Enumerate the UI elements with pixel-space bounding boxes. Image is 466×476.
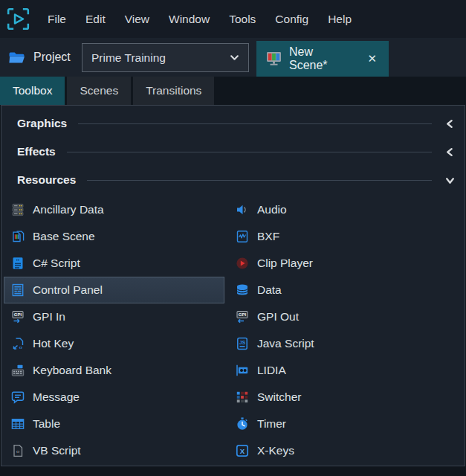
project-label: Project: [33, 51, 71, 64]
csharp-script-icon: ‹›: [10, 256, 25, 271]
resource-item-keyboard-bank[interactable]: Keyboard Bank: [4, 357, 224, 384]
project-selector-value: Prime Training: [91, 51, 166, 65]
resource-item-base-scene[interactable]: Base Scene: [4, 223, 224, 250]
resource-item-x-keys[interactable]: X X-Keys: [228, 437, 465, 464]
section-resources[interactable]: Resources: [1, 166, 465, 194]
x-keys-icon: X: [235, 443, 250, 458]
audio-icon: [235, 202, 250, 217]
resource-item-label: Ancillary Data: [33, 203, 104, 216]
section-divider: [67, 152, 432, 152]
gpi-in-icon: GPI: [10, 309, 25, 324]
project-folder-icon: [7, 50, 27, 65]
keyboard-bank-icon: [10, 363, 25, 378]
chevron-collapse-icon[interactable]: [445, 119, 455, 129]
resource-item-c-script[interactable]: ‹› C# Script: [4, 250, 224, 277]
resources-column-right: Audio BXF Clip Player Data GPI GPI Out J…: [224, 196, 465, 464]
lidia-icon: [235, 363, 250, 378]
resource-item-java-script[interactable]: JS Java Script: [228, 330, 465, 357]
java-script-icon: JS: [235, 336, 250, 351]
resources-grid: Ancillary Data Base Scene ‹› C# Script C…: [1, 194, 465, 464]
close-icon[interactable]: ✕: [364, 51, 380, 67]
resource-item-switcher[interactable]: Switcher: [228, 384, 465, 411]
resource-item-ancillary-data[interactable]: Ancillary Data: [4, 196, 224, 223]
resource-item-label: Switcher: [257, 390, 301, 404]
toolbox-panel: Graphics Effects Resources Ancillary Dat…: [1, 105, 465, 466]
svg-text:GPI: GPI: [239, 312, 247, 317]
tab-transitions[interactable]: Transitions: [133, 77, 214, 105]
resource-item-clip-player[interactable]: Clip Player: [228, 250, 465, 277]
resource-item-label: VB Script: [33, 444, 81, 457]
project-bar: Project Prime Training New Scene* ✕: [0, 38, 466, 77]
resource-item-label: BXF: [257, 230, 279, 243]
resource-item-gpi-in[interactable]: GPI GPI In: [4, 303, 224, 330]
message-icon: [10, 390, 25, 405]
resource-item-lidia[interactable]: LIDIA: [228, 357, 465, 384]
resource-item-bxf[interactable]: BXF: [228, 223, 465, 250]
clip-player-icon: [235, 256, 250, 271]
menu-config[interactable]: Config: [265, 0, 318, 38]
resource-item-label: Timer: [257, 417, 286, 431]
chevron-down-icon: [230, 53, 239, 62]
ancillary-data-icon: [10, 202, 25, 217]
menu-window[interactable]: Window: [159, 0, 219, 38]
svg-text:GPI: GPI: [14, 312, 22, 317]
resource-item-label: Message: [33, 390, 80, 404]
project-selector[interactable]: Prime Training: [82, 43, 249, 72]
resource-item-audio[interactable]: Audio: [228, 196, 465, 223]
svg-text:‹›: ‹›: [19, 345, 22, 350]
chevron-collapse-icon[interactable]: [445, 147, 455, 157]
menu-help[interactable]: Help: [318, 0, 361, 38]
resource-item-label: C# Script: [33, 257, 80, 270]
section-graphics[interactable]: Graphics: [1, 109, 465, 138]
resource-item-label: LIDIA: [257, 364, 286, 377]
resource-item-table[interactable]: Table: [4, 411, 224, 437]
app-logo-icon: [6, 7, 30, 31]
section-graphics-label: Graphics: [17, 117, 67, 130]
data-icon: [235, 283, 250, 298]
resource-item-gpi-out[interactable]: GPI GPI Out: [228, 303, 465, 330]
tab-scenes[interactable]: Scenes: [67, 77, 131, 105]
base-scene-icon: [10, 229, 25, 244]
svg-text:‹›: ‹›: [16, 449, 20, 454]
resource-item-label: Data: [257, 283, 282, 297]
resource-item-message[interactable]: Message: [4, 384, 224, 411]
resource-item-label: Java Script: [257, 337, 314, 350]
resource-item-data[interactable]: Data: [228, 277, 465, 303]
chevron-collapse-icon[interactable]: [445, 176, 455, 185]
resource-item-label: Table: [33, 417, 60, 431]
resource-item-label: Hot Key: [33, 337, 74, 350]
resource-item-label: Audio: [257, 203, 287, 216]
svg-text:JS: JS: [239, 340, 246, 345]
scene-monitor-icon: [265, 51, 282, 66]
resource-item-hot-key[interactable]: ‹› Hot Key: [4, 330, 224, 357]
scene-tab[interactable]: New Scene* ✕: [256, 41, 389, 77]
svg-text:X: X: [240, 447, 245, 455]
resource-item-label: Keyboard Bank: [33, 364, 111, 377]
control-panel-icon: [10, 283, 25, 298]
menu-file[interactable]: File: [38, 0, 76, 38]
gpi-out-icon: GPI: [235, 309, 250, 324]
resource-item-vb-script[interactable]: ‹› VB Script: [4, 437, 224, 464]
tool-tabs: Toolbox Scenes Transitions: [0, 77, 466, 105]
section-effects-label: Effects: [17, 145, 56, 158]
svg-text:‹›: ‹›: [16, 257, 19, 263]
tab-toolbox[interactable]: Toolbox: [0, 77, 65, 105]
bxf-icon: [235, 229, 250, 244]
resource-item-control-panel[interactable]: Control Panel: [4, 277, 224, 303]
scene-tab-label: New Scene*: [289, 45, 353, 72]
section-resources-label: Resources: [17, 173, 76, 187]
section-divider: [78, 123, 432, 124]
resource-item-timer[interactable]: Timer: [228, 411, 465, 437]
resource-item-label: GPI Out: [257, 310, 299, 324]
resource-item-label: X-Keys: [257, 444, 294, 457]
resources-column-left: Ancillary Data Base Scene ‹› C# Script C…: [1, 196, 224, 464]
timer-icon: [235, 416, 250, 431]
menu-edit[interactable]: Edit: [76, 0, 115, 38]
resource-item-label: Control Panel: [33, 283, 103, 297]
menu-view[interactable]: View: [115, 0, 159, 38]
section-effects[interactable]: Effects: [1, 138, 465, 166]
menu-tools[interactable]: Tools: [219, 0, 265, 38]
resource-item-label: GPI In: [33, 310, 65, 324]
resource-item-label: Base Scene: [33, 230, 95, 243]
table-icon: [10, 416, 25, 431]
